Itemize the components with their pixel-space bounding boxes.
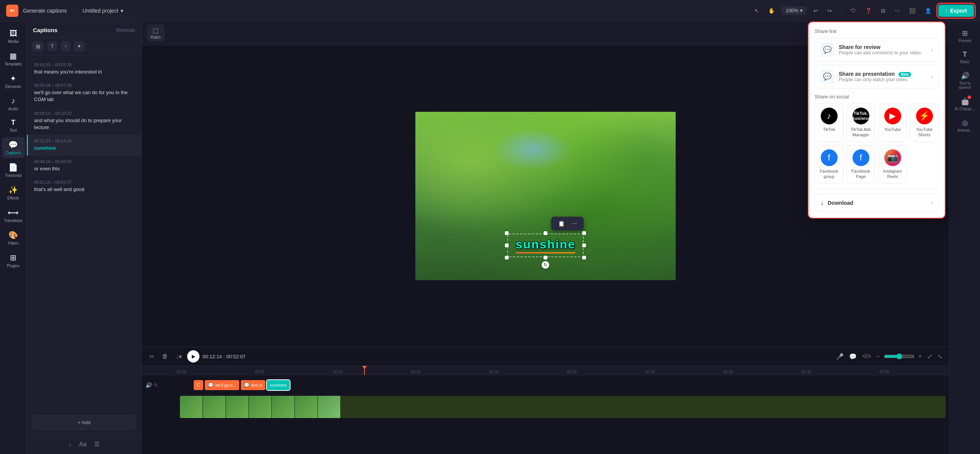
captions-panel-header: Captions Shortcuts	[27, 21, 141, 38]
timeline-playhead[interactable]	[364, 366, 365, 375]
caption-item-2[interactable]: 00:08:15 – 00:10:23 and what you should …	[27, 107, 141, 135]
rs-item-basic[interactable]: T Basic	[952, 47, 978, 67]
caption-clip-3[interactable]: sunshine	[267, 380, 290, 390]
share-review-option[interactable]: 💬 Share for review People can add commen…	[815, 38, 939, 62]
social-instagram[interactable]: 📷 Instagram Reels	[878, 145, 907, 184]
redo-btn[interactable]: ↪	[825, 5, 834, 16]
split-view-btn[interactable]: ⬛	[907, 5, 918, 16]
tl-zoom-slider[interactable]	[884, 353, 915, 359]
subtitle-icon: ▤	[36, 44, 40, 49]
account-btn[interactable]: 👤	[923, 5, 934, 16]
rs-item-tts[interactable]: 🔊 Text to speech	[952, 69, 978, 93]
fb-page-label: Facebook Page	[848, 168, 873, 180]
captions-download-btn[interactable]: ↓	[66, 439, 74, 450]
captions-translate-btn[interactable]: Aa	[77, 439, 89, 450]
tl-code-btn[interactable]: </>	[861, 351, 872, 361]
caption-item-1[interactable]: 00:04:29 – 00:07:28 we'll go over what w…	[27, 79, 141, 107]
social-tiktok-ads[interactable]: TikTok.Business TikTok Ads Manager	[846, 103, 875, 142]
sidebar-item-transitions[interactable]: ⟷ Transitions	[2, 205, 25, 226]
zoom-control[interactable]: 100% ▾	[782, 6, 806, 15]
captions-toolbar: ▤ T ↑ ✦	[27, 38, 141, 56]
ruler-mark-3: 00:15	[411, 370, 421, 374]
caption-tool-text[interactable]: T	[47, 41, 57, 51]
captions-settings-btn[interactable]: ☰	[92, 438, 102, 450]
caption-clip-1[interactable]: 💬 we'll go o...	[205, 380, 239, 390]
caption-clip-2[interactable]: 💬 and w	[241, 380, 265, 390]
social-youtube[interactable]: ▶ YouTube	[878, 103, 907, 142]
hand-tool-btn[interactable]: ✋	[766, 5, 777, 16]
captions-shortcuts-btn[interactable]: Shortcuts	[116, 28, 135, 33]
sidebar-item-effects[interactable]: ✨ Effects	[2, 182, 25, 203]
caption-tool-subtitle[interactable]: ▤	[32, 41, 44, 51]
social-fb-page[interactable]: f Facebook Page	[846, 145, 875, 184]
track-edit-btn[interactable]: ✎	[154, 382, 158, 388]
sidebar-item-templates[interactable]: ▦ Templates	[2, 48, 25, 69]
export-button[interactable]: ↑ Export	[938, 5, 974, 17]
caption-box[interactable]: sunshine	[507, 234, 584, 257]
magic-icon: ✦	[77, 44, 81, 49]
ratio-btn[interactable]: ⬚ Ratio	[147, 24, 165, 42]
caption-more-btn[interactable]: ⋯	[568, 219, 580, 228]
sidebar-item-audio[interactable]: ♪ Audio	[2, 93, 25, 114]
caption-item-5[interactable]: 00:51:10 – 00:52:07 that's all well and …	[27, 176, 141, 197]
caption-item-0[interactable]: 00:01:03 – 00:01:28 that means you're in…	[27, 59, 141, 79]
caption-item-3[interactable]: 00:11:23 – 00:14:23 sunshine	[27, 135, 141, 155]
sidebar-item-captions[interactable]: 💬 Captions	[2, 137, 25, 158]
layers-btn[interactable]: ⊟	[879, 5, 888, 16]
sidebar-item-media[interactable]: 🖼 Media	[2, 26, 25, 47]
social-youtube-shorts[interactable]: ⚡ YouTube Shorts	[910, 103, 939, 142]
ai-icon: 🤖	[961, 97, 969, 106]
tl-cut-btn[interactable]: ✂	[147, 351, 157, 362]
tl-mic-btn[interactable]: 🎤	[835, 351, 845, 362]
sidebar-item-elements[interactable]: ✦ Elements	[2, 71, 25, 92]
fb-group-label: Facebook group	[817, 168, 841, 180]
social-grid: ♪ TikTok TikTok.Business TikTok Ads Mana…	[815, 103, 939, 183]
caption-tool-upload[interactable]: ↑	[60, 41, 70, 51]
help-btn[interactable]: ❓	[863, 5, 874, 16]
tl-play-btn[interactable]: ▶	[187, 350, 199, 363]
video-thumb-4	[272, 396, 295, 418]
more-btn[interactable]: ⋯	[892, 5, 902, 16]
project-name[interactable]: Untitled project ▾	[82, 8, 123, 14]
caption-clip-0[interactable]: C	[194, 380, 203, 390]
download-button[interactable]: ↓ Download ›	[815, 194, 939, 212]
sidebar-label-transitions: Transitions	[4, 219, 23, 223]
tts-icon: 🔊	[961, 72, 969, 80]
tl-download-btn[interactable]: ↓▾	[173, 351, 184, 362]
social-tiktok[interactable]: ♪ TikTok	[815, 103, 843, 142]
tl-zoom-out-btn[interactable]: −	[875, 351, 881, 361]
sidebar-item-plugins[interactable]: ⊞ Plugins	[2, 250, 25, 271]
shield-icon-btn[interactable]: 🛡	[848, 5, 858, 16]
rs-item-animat[interactable]: ◎ Animat...	[952, 116, 978, 136]
video-track-row	[161, 395, 949, 419]
rs-label-tts: Text to speech	[954, 81, 976, 90]
captions-panel-title: Captions	[33, 27, 57, 33]
sidebar-item-filters[interactable]: 🎨 Filters	[2, 227, 25, 248]
sidebar-item-transcript[interactable]: 📄 Transcript	[2, 160, 25, 181]
caption-text-1: we'll go over what we can do for you in …	[34, 89, 135, 103]
share-review-desc: People can add comments to your video.	[839, 50, 926, 56]
track-mute-btn[interactable]: 🔊	[145, 382, 152, 388]
undo-btn[interactable]: ↩	[811, 5, 820, 16]
caption-item-4[interactable]: 00:48:19 – 00:49:22 or even this	[27, 155, 141, 176]
caption-underline	[516, 252, 575, 253]
caption-overlay[interactable]: 📋 ⋯ sun	[507, 234, 584, 257]
sidebar-item-text[interactable]: T Text	[2, 116, 25, 136]
caption-copy-btn[interactable]: 📋	[555, 219, 568, 228]
rs-item-ai[interactable]: 🤖 AI Charac...	[952, 94, 978, 114]
tl-zoom-in-btn[interactable]: +	[917, 351, 923, 361]
caption-tool-magic[interactable]: ✦	[74, 41, 85, 51]
tl-expand-btn[interactable]: ⤢	[926, 351, 934, 362]
tl-captions-btn[interactable]: 💬	[848, 351, 858, 362]
rs-item-presets[interactable]: ⊞ Presets	[952, 26, 978, 46]
cursor-tool-btn[interactable]: ↖	[752, 5, 761, 16]
ruler-container: 00:00 00:05 00:10 00:15 00:20 00:25 00:3…	[145, 366, 926, 375]
ruler-mark-6: 00:30	[645, 370, 655, 374]
video-track[interactable]	[180, 396, 946, 418]
tl-fit-btn[interactable]: ⤡	[936, 351, 944, 362]
tl-delete-btn[interactable]: 🗑	[160, 351, 170, 361]
caption-rotate-handle[interactable]: ↻	[542, 261, 549, 269]
social-fb-group[interactable]: f Facebook group	[815, 145, 843, 184]
add-caption-button[interactable]: + Add	[32, 415, 136, 430]
share-presentation-option[interactable]: 💬 Share as presentation New People can o…	[815, 65, 939, 88]
